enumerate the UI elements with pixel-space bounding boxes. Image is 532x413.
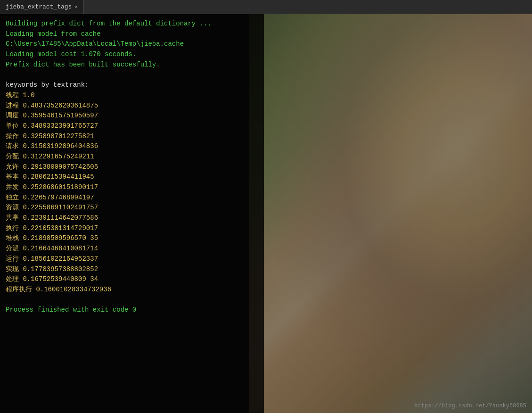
- terminal-line: 请求 0.31503192896404836: [6, 141, 258, 152]
- terminal-line: Building prefix dict from the default di…: [6, 19, 258, 29]
- terminal-blank-line: [6, 70, 258, 80]
- terminal-line: 运行 0.18561022164952337: [6, 254, 258, 264]
- terminal-line: 并发 0.25286860151890117: [6, 182, 258, 193]
- terminal-line: 单位 0.34893323901765727: [6, 121, 258, 132]
- terminal-line: 独立 0.2265797468994197: [6, 193, 258, 203]
- main-area: Building prefix dict from the default di…: [0, 14, 532, 413]
- terminal-line: 共享 0.22391114642077586: [6, 213, 258, 223]
- terminal-line: 资源 0.22558691102491757: [6, 203, 258, 213]
- watermark: https://blog.csdn.net/Yansky58685: [414, 403, 526, 409]
- terminal-line: 操作 0.3258987012275821: [6, 132, 258, 142]
- terminal-line: 程序执行 0.16001028334732936: [6, 285, 258, 295]
- terminal-line: 线程 1.0: [6, 91, 258, 101]
- terminal-line: 处理 0.16752539440809 34: [6, 274, 258, 285]
- terminal-line: 分配 0.3122916575249211: [6, 152, 258, 162]
- terminal-line: 基本 0.2806215394411945: [6, 172, 258, 182]
- terminal-line: 允许 0.29138009075742605: [6, 162, 258, 173]
- terminal-panel: Building prefix dict from the default di…: [0, 14, 264, 413]
- tab-label: jieba_extract_tags: [6, 3, 72, 10]
- terminal-line: Loading model cost 1.070 seconds.: [6, 50, 258, 60]
- terminal-line: 调度 0.35954615751950597: [6, 111, 258, 121]
- tab-jieba-extract-tags[interactable]: jieba_extract_tags ×: [0, 0, 84, 14]
- tab-close-icon[interactable]: ×: [74, 4, 78, 10]
- terminal-line: 堆栈 0.21898509596570 35: [6, 233, 258, 244]
- terminal-line: keywords by textrank:: [6, 80, 258, 91]
- terminal-blank-line: [6, 295, 258, 306]
- terminal-line: 分派 0.21664468410081714: [6, 244, 258, 254]
- terminal-line: 进程 0.48373526203614875: [6, 101, 258, 111]
- tab-bar: jieba_extract_tags ×: [0, 0, 532, 14]
- terminal-line: Process finished with exit code 0: [6, 305, 258, 315]
- terminal-line: 执行 0.22105381314729017: [6, 223, 258, 234]
- terminal-line: Loading model from cache C:\Users\17485\…: [6, 29, 258, 50]
- background-image: [249, 14, 532, 413]
- terminal-line: 实现 0.17783957388802852: [6, 264, 258, 275]
- terminal-line: Prefix dict has been built succesfully.: [6, 60, 258, 70]
